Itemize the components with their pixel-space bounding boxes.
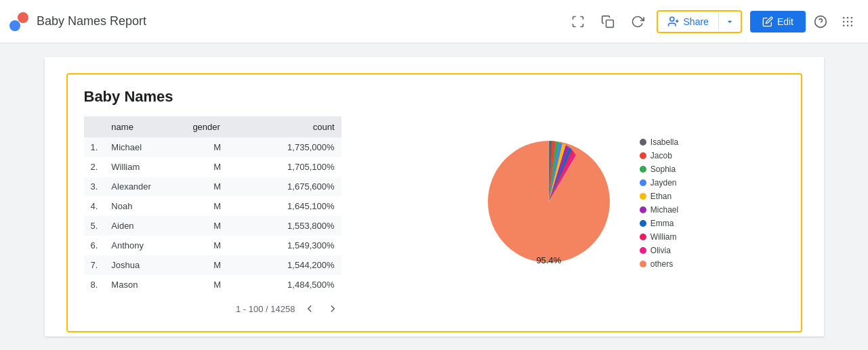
table-row: 3. Alexander M 1,675,600% — [84, 177, 342, 196]
help-button[interactable] — [808, 9, 833, 34]
row-count: 1,645,100% — [249, 196, 342, 216]
legend-label: Sophia — [650, 165, 676, 174]
table-row: 2. William M 1,705,100% — [84, 157, 342, 177]
app-logo-title: Baby Names Report — [8, 11, 564, 32]
svg-point-13 — [851, 20, 853, 22]
table-section: Baby Names name gender count 1. Michael … — [84, 88, 342, 318]
row-number: 6. — [84, 236, 105, 255]
row-number: 8. — [84, 275, 105, 294]
row-name: William — [104, 157, 186, 177]
svg-point-15 — [847, 24, 849, 26]
svg-point-9 — [847, 16, 849, 18]
legend-label: Olivia — [650, 246, 671, 255]
legend-label: Jayden — [650, 178, 677, 188]
legend-item: others — [640, 259, 678, 269]
row-name: Aiden — [104, 216, 186, 236]
legend-label: others — [650, 259, 673, 269]
legend-dot — [640, 234, 646, 240]
svg-point-10 — [851, 16, 853, 18]
legend-label: Emma — [650, 219, 674, 228]
toolbar: Baby Names Report — [0, 0, 868, 43]
svg-point-1 — [18, 12, 28, 23]
svg-point-16 — [851, 24, 853, 26]
legend-item: Jayden — [640, 178, 678, 188]
legend-dot — [640, 139, 646, 146]
card-title: Baby Names — [84, 88, 342, 106]
share-button[interactable]: Share — [658, 12, 718, 32]
legend-dot — [640, 152, 646, 159]
legend-item: William — [640, 232, 678, 242]
report-card: Baby Names name gender count 1. Michael … — [66, 73, 802, 332]
row-gender: M — [186, 216, 248, 236]
legend-item: Isabella — [640, 137, 678, 147]
table-row: 7. Joshua M 1,544,200% — [84, 255, 342, 275]
report-page: Baby Names name gender count 1. Michael … — [45, 57, 824, 336]
legend-label: Michael — [650, 205, 678, 215]
row-count: 1,735,000% — [249, 137, 342, 157]
row-name: Anthony — [104, 236, 186, 255]
table-header-row: name gender count — [84, 116, 342, 137]
table-row: 5. Aiden M 1,553,800% — [84, 216, 342, 236]
legend-label: William — [650, 232, 677, 242]
svg-point-0 — [9, 20, 20, 31]
legend-dot — [640, 166, 646, 173]
table-row: 8. Mason M 1,484,500% — [84, 275, 342, 294]
chart-legend: Isabella Jacob Sophia Jayden Ethan Micha… — [640, 137, 678, 269]
table-row: 6. Anthony M 1,549,300% — [84, 236, 342, 255]
fullscreen-button[interactable] — [564, 8, 592, 35]
row-number: 3. — [84, 177, 105, 196]
row-count: 1,705,100% — [249, 157, 342, 177]
row-count: 1,553,800% — [249, 216, 342, 236]
legend-dot — [640, 179, 646, 186]
copy-button[interactable] — [594, 8, 621, 35]
pie-main-label: 95.4% — [536, 255, 561, 265]
row-name: Joshua — [104, 255, 186, 275]
row-name: Alexander — [104, 177, 186, 196]
edit-button[interactable]: Edit — [750, 11, 806, 32]
table-row: 4. Noah M 1,645,100% — [84, 196, 342, 216]
refresh-button[interactable] — [624, 8, 651, 35]
row-name: Mason — [104, 275, 186, 294]
legend-dot — [640, 193, 646, 200]
app-logo-icon — [8, 11, 30, 32]
row-gender: M — [186, 177, 248, 196]
legend-dot — [640, 220, 646, 227]
legend-item: Sophia — [640, 165, 678, 174]
share-label: Share — [684, 16, 709, 27]
chart-section: 95.4% Isabella Jacob Sophia Jayden Ethan… — [369, 88, 785, 318]
row-count: 1,544,200% — [249, 255, 342, 275]
col-num — [84, 116, 105, 137]
legend-dot — [640, 206, 646, 213]
row-gender: M — [186, 137, 248, 157]
toolbar-actions: Share Edit — [564, 8, 860, 35]
svg-point-12 — [847, 20, 849, 22]
row-gender: M — [186, 196, 248, 216]
svg-rect-2 — [606, 20, 613, 27]
row-number: 4. — [84, 196, 105, 216]
row-gender: M — [186, 255, 248, 275]
legend-dot — [640, 261, 646, 267]
main-area: Baby Names name gender count 1. Michael … — [0, 43, 868, 350]
share-dropdown-button[interactable] — [718, 12, 741, 31]
row-gender: M — [186, 236, 248, 255]
row-count: 1,549,300% — [249, 236, 342, 255]
legend-item: Ethan — [640, 192, 678, 201]
page-title: Baby Names Report — [37, 14, 146, 28]
prev-page-button[interactable] — [301, 300, 318, 318]
col-gender-header: gender — [186, 116, 248, 137]
row-name: Noah — [104, 196, 186, 216]
row-gender: M — [186, 157, 248, 177]
apps-grid-button[interactable] — [835, 9, 860, 34]
row-number: 1. — [84, 137, 105, 157]
edit-label: Edit — [777, 16, 793, 27]
legend-item: Jacob — [640, 151, 678, 160]
row-number: 5. — [84, 216, 105, 236]
legend-label: Ethan — [650, 192, 671, 201]
legend-item: Emma — [640, 219, 678, 228]
data-table: name gender count 1. Michael M 1,735,000… — [84, 116, 342, 294]
pagination: 1 - 100 / 14258 — [84, 300, 342, 318]
legend-label: Isabella — [650, 137, 678, 147]
share-button-group: Share — [657, 10, 742, 33]
legend-item: Olivia — [640, 246, 678, 255]
next-page-button[interactable] — [324, 300, 342, 318]
